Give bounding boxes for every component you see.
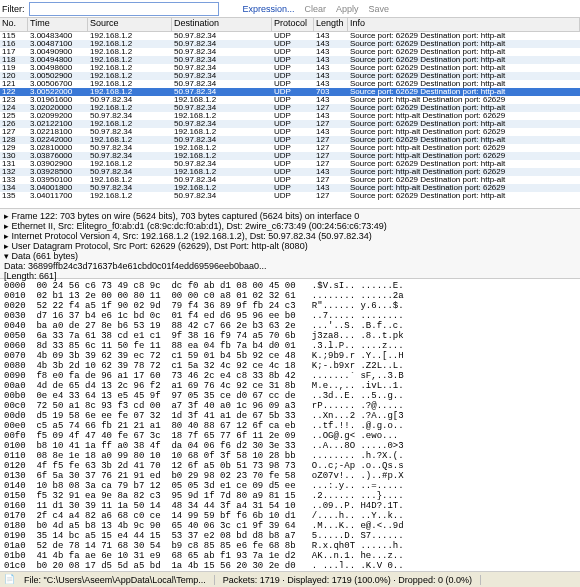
status-packets: Packets: 1719 · Displayed: 1719 (100.0%)… <box>223 575 481 585</box>
detail-line[interactable]: ▸ Frame 122: 703 bytes on wire (5624 bit… <box>4 211 576 221</box>
apply-button[interactable]: Apply <box>336 4 359 14</box>
col-time[interactable]: Time <box>28 18 88 31</box>
hex-dump-pane[interactable]: 0000 00 24 56 c6 73 49 c8 9c dc f0 ab d1… <box>0 278 580 568</box>
save-button[interactable]: Save <box>369 4 390 14</box>
packet-row[interactable]: 1283.02242000192.168.1.250.97.82.34UDP12… <box>0 136 580 144</box>
packet-row[interactable]: 1153.00483400192.168.1.250.97.82.34UDP14… <box>0 32 580 40</box>
col-length[interactable]: Length <box>314 18 348 31</box>
packet-row[interactable]: 1343.0400180050.97.82.34192.168.1.2UDP14… <box>0 184 580 192</box>
packet-row[interactable]: 1263.02122100192.168.1.250.97.82.34UDP12… <box>0 120 580 128</box>
packet-details-pane[interactable]: ▸ Frame 122: 703 bytes on wire (5624 bit… <box>0 208 580 278</box>
packet-row[interactable]: 1233.0196160050.97.82.34192.168.1.2UDP14… <box>0 96 580 104</box>
packet-row[interactable]: 1163.00487100192.168.1.250.97.82.34UDP14… <box>0 40 580 48</box>
col-no[interactable]: No. <box>0 18 28 31</box>
packet-row[interactable]: 1243.02020000192.168.1.250.97.82.34UDP12… <box>0 104 580 112</box>
expression-link[interactable]: Expression... <box>243 4 295 14</box>
packet-row[interactable]: 1303.0387600050.97.82.34192.168.1.2UDP12… <box>0 152 580 160</box>
filter-input[interactable] <box>29 2 219 16</box>
filter-label: Filter: <box>2 4 25 14</box>
packet-row[interactable]: 1293.0281000050.97.82.34192.168.1.2UDP12… <box>0 144 580 152</box>
detail-line[interactable]: ▸ Ethernet II, Src: Elitegro_f0:ab:d1 (c… <box>4 221 576 231</box>
col-destination[interactable]: Destination <box>172 18 272 31</box>
packet-row[interactable]: 1203.00502900192.168.1.250.97.82.34UDP14… <box>0 72 580 80</box>
packet-row[interactable]: 1193.00498600192.168.1.250.97.82.34UDP14… <box>0 64 580 72</box>
detail-line[interactable]: ▸ User Datagram Protocol, Src Port: 6262… <box>4 241 576 251</box>
packet-row[interactable]: 1253.0209920050.97.82.34192.168.1.2UDP14… <box>0 112 580 120</box>
packet-row[interactable]: 1213.00506700192.168.1.250.97.82.34UDP14… <box>0 80 580 88</box>
packet-row[interactable]: 1313.03902900192.168.1.250.97.82.34UDP12… <box>0 160 580 168</box>
col-protocol[interactable]: Protocol <box>272 18 314 31</box>
packet-list[interactable]: 1153.00483400192.168.1.250.97.82.34UDP14… <box>0 32 580 208</box>
status-file: File: "C:\Users\Aseem\AppData\Local\Temp… <box>24 575 215 585</box>
detail-line[interactable]: Data: 36899ffb24c3d71637b4e61cbd0c01f4ed… <box>4 261 576 271</box>
clear-button[interactable]: Clear <box>305 4 327 14</box>
packet-row[interactable]: 1353.04011700192.168.1.250.97.82.34UDP12… <box>0 192 580 200</box>
packet-row[interactable]: 1183.00494800192.168.1.250.97.82.34UDP14… <box>0 56 580 64</box>
detail-line[interactable]: ▾ Data (661 bytes) <box>4 251 576 261</box>
detail-line[interactable]: ▸ Internet Protocol Version 4, Src: 192.… <box>4 231 576 241</box>
status-bar: 📄 File: "C:\Users\Aseem\AppData\Local\Te… <box>0 571 580 587</box>
packet-row[interactable]: 1273.0221810050.97.82.34192.168.1.2UDP14… <box>0 128 580 136</box>
file-icon: 📄 <box>4 574 16 586</box>
packet-row[interactable]: 1333.03950100192.168.1.250.97.82.34UDP12… <box>0 176 580 184</box>
packet-row[interactable]: 1323.0392850050.97.82.34192.168.1.2UDP14… <box>0 168 580 176</box>
col-info[interactable]: Info <box>348 18 580 31</box>
filter-toolbar: Filter: Expression... Clear Apply Save <box>0 0 580 18</box>
packet-list-header: No. Time Source Destination Protocol Len… <box>0 18 580 32</box>
packet-row[interactable]: 1223.00522000192.168.1.250.97.82.34UDP70… <box>0 88 580 96</box>
col-source[interactable]: Source <box>88 18 172 31</box>
packet-row[interactable]: 1173.00490900192.168.1.250.97.82.34UDP14… <box>0 48 580 56</box>
